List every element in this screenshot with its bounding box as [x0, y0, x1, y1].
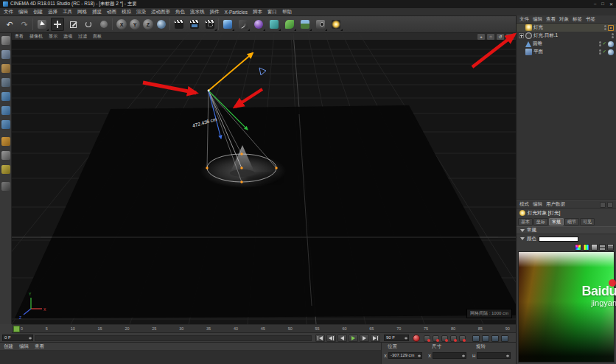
- render-settings-icon[interactable]: [203, 18, 217, 31]
- camera-icon[interactable]: [314, 18, 327, 31]
- viewport-zoom-icon[interactable]: ○: [487, 34, 494, 40]
- tab-coordinates[interactable]: 坐标: [533, 218, 548, 225]
- play-button[interactable]: [349, 335, 358, 342]
- keyframe-selection-icon[interactable]: [472, 335, 480, 342]
- sound-toggle-icon[interactable]: [491, 335, 499, 342]
- x-axis-lock-icon[interactable]: X: [115, 18, 128, 31]
- visibility-dots[interactable]: [604, 25, 606, 30]
- object-row-light-target[interactable]: 灯光.目标.1: [517, 32, 616, 40]
- undo-icon[interactable]: ↶: [3, 18, 16, 31]
- menu-item[interactable]: X-Particles: [225, 10, 248, 15]
- picker-sliders-icon[interactable]: [607, 244, 614, 251]
- redo-icon[interactable]: ↷: [18, 18, 31, 31]
- object-manager-menu-item[interactable]: 查看: [546, 16, 556, 23]
- previous-key-button[interactable]: [326, 335, 336, 342]
- playback-mode-icon[interactable]: [482, 335, 489, 342]
- model-mode-icon[interactable]: [1, 50, 10, 59]
- expander-icon[interactable]: [519, 33, 524, 38]
- timeline-ruler[interactable]: 051015202530354045505560657075808590: [12, 324, 516, 333]
- rotation-h-field[interactable]: [477, 352, 511, 359]
- picker-swatches-icon[interactable]: [599, 244, 606, 251]
- visibility-dots[interactable]: [599, 49, 601, 55]
- menu-item[interactable]: 窗口: [267, 9, 277, 15]
- menu-item[interactable]: 脚本: [253, 9, 262, 15]
- viewport[interactable]: 472.436 cm X Y Z 查看摄像机显示选项过滤面板 + ○ ↺ □ 网…: [12, 33, 516, 324]
- tab-details[interactable]: 细节: [564, 218, 579, 225]
- viewport-menu-item[interactable]: 查看: [15, 33, 24, 40]
- menu-item[interactable]: 模拟: [122, 9, 131, 15]
- viewport-menu-item[interactable]: 显示: [49, 33, 57, 40]
- history-icon[interactable]: [607, 202, 613, 208]
- deformer-icon[interactable]: [283, 18, 296, 31]
- attribute-menu-item[interactable]: 模式: [519, 201, 529, 208]
- record-rotation-icon[interactable]: [441, 335, 448, 342]
- spline-pen-icon[interactable]: [237, 18, 250, 31]
- timeline-power-slider[interactable]: [35, 335, 312, 341]
- previous-frame-button[interactable]: [337, 335, 347, 342]
- floor-environment-icon[interactable]: [298, 18, 312, 31]
- minimize-button[interactable]: –: [594, 1, 596, 7]
- rotate-tool-icon[interactable]: [82, 18, 95, 31]
- close-button[interactable]: ✕: [609, 1, 613, 7]
- next-frame-button[interactable]: [360, 335, 369, 342]
- attribute-menu-item[interactable]: 编辑: [533, 201, 542, 208]
- menu-item[interactable]: 角色: [175, 9, 185, 15]
- enabled-check-icon[interactable]: ✓: [603, 49, 606, 55]
- attribute-menu-item[interactable]: 用户数据: [546, 201, 565, 208]
- menu-item[interactable]: 流水线: [190, 9, 205, 15]
- workplane-lock-icon[interactable]: [1, 182, 10, 191]
- add-cube-icon[interactable]: [221, 18, 234, 31]
- object-manager-menu-item[interactable]: 文件: [519, 16, 529, 23]
- menu-item[interactable]: 帮助: [282, 9, 292, 15]
- object-manager-list[interactable]: 灯光 灯光.目标.1 圆锥 ✓: [517, 24, 616, 200]
- object-manager-menu-item[interactable]: 编辑: [533, 16, 542, 23]
- menu-item[interactable]: 运动图形: [151, 9, 170, 15]
- move-tool-icon[interactable]: [51, 18, 64, 31]
- record-position-icon[interactable]: [424, 335, 430, 342]
- polygons-mode-icon[interactable]: [1, 120, 10, 129]
- menu-item[interactable]: 插件: [210, 9, 220, 15]
- tab-visibility[interactable]: 可见: [580, 218, 595, 225]
- viewport-menu-item[interactable]: 过滤: [78, 33, 87, 40]
- menu-item[interactable]: 渲染: [136, 9, 146, 15]
- material-menu-item[interactable]: 创建: [4, 343, 13, 350]
- menu-item[interactable]: 文件: [4, 9, 13, 15]
- edges-mode-icon[interactable]: [1, 106, 10, 115]
- color-swatch[interactable]: [539, 237, 578, 242]
- enable-snap-icon[interactable]: [1, 165, 10, 174]
- coordinate-system-icon[interactable]: [155, 18, 168, 31]
- record-parameter-icon[interactable]: [450, 335, 457, 342]
- viewport-menu-item[interactable]: 面板: [93, 33, 102, 40]
- picker-wheel-icon[interactable]: [575, 244, 581, 251]
- menu-item[interactable]: 网格: [77, 9, 87, 15]
- current-frame-field[interactable]: 0 F: [2, 335, 33, 341]
- y-axis-lock-icon[interactable]: Y: [128, 18, 141, 31]
- enable-axis-icon[interactable]: [1, 137, 10, 146]
- last-tool-icon[interactable]: [97, 18, 111, 31]
- visibility-dots[interactable]: [612, 33, 614, 38]
- phong-tag-icon[interactable]: [608, 41, 614, 47]
- record-scale-icon[interactable]: [433, 335, 439, 342]
- object-row-cone[interactable]: 圆锥 ✓: [517, 40, 616, 48]
- points-mode-icon[interactable]: [1, 92, 10, 101]
- general-section-header[interactable]: 常规: [517, 226, 616, 234]
- object-manager-menu-item[interactable]: 标签: [573, 16, 582, 23]
- goto-end-button[interactable]: [371, 335, 380, 342]
- material-menu-item[interactable]: 查看: [35, 343, 44, 350]
- viewport-menu-item[interactable]: 摄像机: [29, 33, 43, 40]
- picker-image-icon[interactable]: [591, 244, 598, 251]
- target-tag-icon[interactable]: [608, 25, 614, 31]
- menu-item[interactable]: 创建: [33, 9, 43, 15]
- viewport-solo-icon[interactable]: [1, 151, 10, 160]
- material-menu-item[interactable]: 编辑: [19, 343, 29, 350]
- expand-caret-icon[interactable]: [520, 237, 525, 240]
- render-picture-viewer-icon[interactable]: [188, 18, 201, 31]
- menu-item[interactable]: 动画: [107, 9, 116, 15]
- enabled-check-icon[interactable]: ✓: [603, 41, 606, 46]
- menu-item[interactable]: 编辑: [18, 9, 28, 15]
- picker-spectrum-icon[interactable]: [583, 244, 589, 251]
- texture-mode-icon[interactable]: [1, 64, 10, 73]
- tab-general[interactable]: 常规: [549, 218, 564, 225]
- color-spectrum-picker[interactable]: Baidu jingyan: [518, 251, 615, 363]
- menu-item[interactable]: 捕捉: [92, 9, 102, 15]
